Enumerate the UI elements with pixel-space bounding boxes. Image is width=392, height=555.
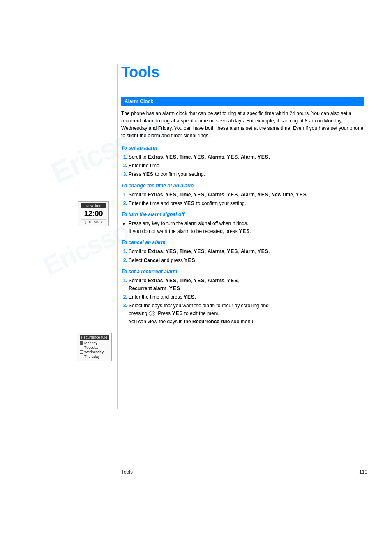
subsection-title-1: To set an alarm [121,145,364,151]
list-item: Scroll to Extras, YES, Time, YES, Alarms… [129,277,364,292]
cancel-alarm-list: Scroll to Extras, YES, Time, YES, Alarms… [129,248,364,264]
page-wrapper: Ericsson Ericsson Now time 12:00 ( HH:MM… [0,0,392,555]
turn-off-alarm-list: Press any key to turn the alarm signal o… [129,220,364,235]
list-item: Scroll to Extras, YES, Time, YES, Alarms… [129,153,364,161]
pm2-item-monday: Monday [80,341,109,345]
subsection-title-2: To change the time of an alarm [121,183,364,189]
change-alarm-list: Scroll to Extras, YES, Time, YES, Alarms… [129,191,364,207]
list-item: Scroll to Extras, YES, Time, YES, Alarms… [129,248,364,256]
list-item: Enter the time and press YES to confirm … [129,200,364,207]
left-border [117,64,118,409]
pm2-checkbox-tuesday [80,346,83,349]
list-item: Select Cancel and press YES. [129,257,364,265]
footer-right: 119 [359,469,367,475]
phone-mock-1-time: 12:00 [81,210,106,219]
phone-mock-recurrence: Recurrence rule Monday Tuesday Wednesday… [77,333,112,361]
pm2-item-wednesday: Wednesday [80,350,109,354]
recurrent-alarm-list: Scroll to Extras, YES, Time, YES, Alarms… [129,277,364,326]
section-header: Alarm Clock [121,97,364,106]
list-item: Enter the time. [129,162,364,170]
phone-mock-2-header: Recurrence rule [80,335,109,340]
list-item: Select the days that you want the alarm … [129,302,364,326]
pm2-checkbox-monday [80,341,83,345]
phone-mock-time: Now time 12:00 ( HH:MM ) [78,201,109,226]
list-item: Press YES to confirm your setting. [129,170,364,178]
page-footer: Tools 119 [121,467,367,475]
set-alarm-list: Scroll to Extras, YES, Time, YES, Alarms… [129,153,364,179]
page-title: Tools [121,64,364,81]
intro-text: The phone has an alarm clock that can be… [121,110,364,139]
pm2-checkbox-thursday [80,355,83,358]
phone-mock-1-header: Now time [81,203,106,208]
list-item: Press any key to turn the alarm signal o… [129,220,364,235]
pm2-item-thursday: Thursday [80,355,109,359]
phone-mock-1-subtext: ( HH:MM ) [81,219,106,224]
subsection-title-5: To set a recurrent alarm [121,269,364,274]
content-area: Tools Alarm Clock The phone has an alarm… [121,64,364,328]
subsection-title-4: To cancel an alarm [121,240,364,245]
list-item: Enter the time and press YES. [129,293,364,301]
subsection-title-3: To turn the alarm signal off [121,212,364,217]
pm2-item-tuesday: Tuesday [80,345,109,350]
footer-left: Tools [121,469,133,475]
pm2-checkbox-wednesday [80,350,83,354]
list-item: Scroll to Extras, YES, Time, YES, Alarms… [129,191,364,199]
